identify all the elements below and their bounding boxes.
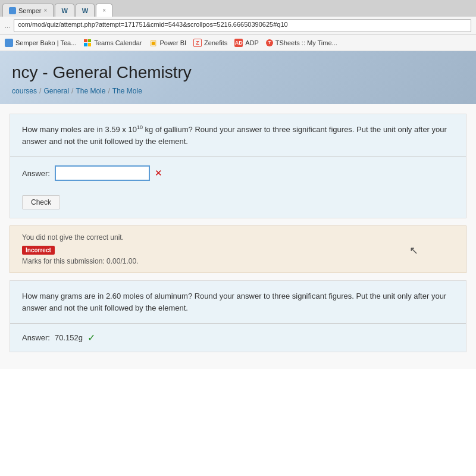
- address-prefix: ...: [5, 22, 10, 29]
- question1-exponent: 10: [137, 124, 143, 130]
- tab-label: Semper: [18, 7, 42, 14]
- bookmark-label: Zenefits: [204, 39, 227, 46]
- bookmark-powerbi[interactable]: ▣ Power BI: [149, 39, 186, 47]
- breadcrumb-sep2: /: [71, 87, 73, 95]
- answer1-input[interactable]: [55, 165, 150, 181]
- question2-block: How many grams are in 2.60 moles of alum…: [10, 280, 466, 352]
- feedback-text: You did not give the correct unit.: [22, 233, 454, 242]
- tab-word2[interactable]: W: [76, 4, 95, 17]
- bookmark-label: Power BI: [159, 39, 186, 46]
- bookmark-semper[interactable]: Semper Bako | Tea...: [5, 39, 76, 47]
- breadcrumb-sep1: /: [39, 87, 41, 95]
- question1-content: How many moles are in 3.59 x 1010 kg of …: [10, 114, 466, 157]
- breadcrumb-sep3: /: [108, 87, 109, 95]
- breadcrumb-mole1[interactable]: The Mole: [76, 87, 105, 95]
- adp-icon: AD: [234, 39, 243, 47]
- question2-answer-area: Answer: 70.152g ✓: [10, 324, 466, 352]
- page-content: ncy - General Chemistry courses / Genera…: [0, 51, 476, 476]
- page-title: ncy - General Chemistry: [12, 63, 464, 82]
- question1-block: How many moles are in 3.59 x 1010 kg of …: [10, 114, 466, 218]
- question1-check-area: Check: [10, 189, 466, 218]
- question2-content: How many grams are in 2.60 moles of alum…: [10, 281, 466, 324]
- bookmark-label: Teams Calendar: [94, 39, 142, 46]
- check1-button[interactable]: Check: [22, 195, 60, 209]
- bookmark-label: TSheets :: My Time...: [275, 39, 337, 46]
- bookmarks-bar: Semper Bako | Tea... Teams Calendar ▣ Po…: [0, 35, 476, 51]
- bookmark-label: ADP: [245, 39, 259, 46]
- bookmark-teams[interactable]: Teams Calendar: [83, 39, 142, 47]
- bookmark-adp[interactable]: AD ADP: [234, 39, 259, 47]
- tab-close[interactable]: ×: [44, 7, 48, 14]
- bookmark-label: Semper Bako | Tea...: [15, 39, 76, 46]
- tab-close-x[interactable]: ×: [102, 7, 106, 14]
- tab-word1[interactable]: W: [55, 4, 74, 17]
- incorrect-badge: Incorrect: [22, 246, 55, 255]
- quiz-container: How many moles are in 3.59 x 1010 kg of …: [0, 104, 476, 369]
- teams-icon: [83, 39, 92, 47]
- feedback-block: You did not give the correct unit. Incor…: [10, 226, 466, 273]
- tab-favicon: [9, 7, 16, 14]
- breadcrumb-general[interactable]: General: [43, 87, 69, 95]
- cursor-icon: ↖: [409, 244, 418, 257]
- browser-tabs: Semper × W W ×: [0, 0, 476, 17]
- tab-semper[interactable]: Semper ×: [2, 4, 54, 17]
- question2-text: How many grams are in 2.60 moles of alum…: [22, 290, 454, 314]
- tab-active[interactable]: ×: [96, 4, 112, 17]
- marks-text: Marks for this submission: 0.00/1.00.: [22, 257, 454, 265]
- answer1-label: Answer:: [22, 169, 50, 178]
- bookmark-zenefits[interactable]: Z Zenefits: [193, 39, 227, 47]
- page-header: ncy - General Chemistry courses / Genera…: [0, 51, 476, 104]
- answer2-label: Answer:: [22, 333, 50, 342]
- address-bar: ... com/mod/quiz/attempt.php?attempt=171…: [0, 17, 476, 35]
- question1-answer-area: Answer: ✕: [10, 157, 466, 189]
- tsheets-icon: T: [266, 39, 273, 46]
- address-input[interactable]: com/mod/quiz/attempt.php?attempt=171751&…: [14, 19, 471, 32]
- breadcrumb: courses / General / The Mole / The Mole: [12, 87, 464, 95]
- answer2-checkmark: ✓: [87, 332, 95, 343]
- powerbi-icon: ▣: [149, 39, 157, 47]
- zenefits-icon: Z: [193, 39, 202, 47]
- tab-label: W: [82, 7, 88, 14]
- question1-text: How many moles are in 3.59 x 1010 kg of …: [22, 124, 454, 147]
- answer1-clear[interactable]: ✕: [155, 168, 162, 178]
- tab-label: W: [61, 7, 67, 14]
- breadcrumb-courses[interactable]: courses: [12, 87, 37, 95]
- breadcrumb-mole2[interactable]: The Mole: [112, 87, 142, 95]
- answer2-value: 70.152g: [55, 333, 83, 342]
- semper-icon: [5, 39, 13, 47]
- question1-text-part1: How many moles are in 3.59 x 10: [22, 125, 137, 134]
- bookmark-tsheets[interactable]: T TSheets :: My Time...: [266, 39, 337, 46]
